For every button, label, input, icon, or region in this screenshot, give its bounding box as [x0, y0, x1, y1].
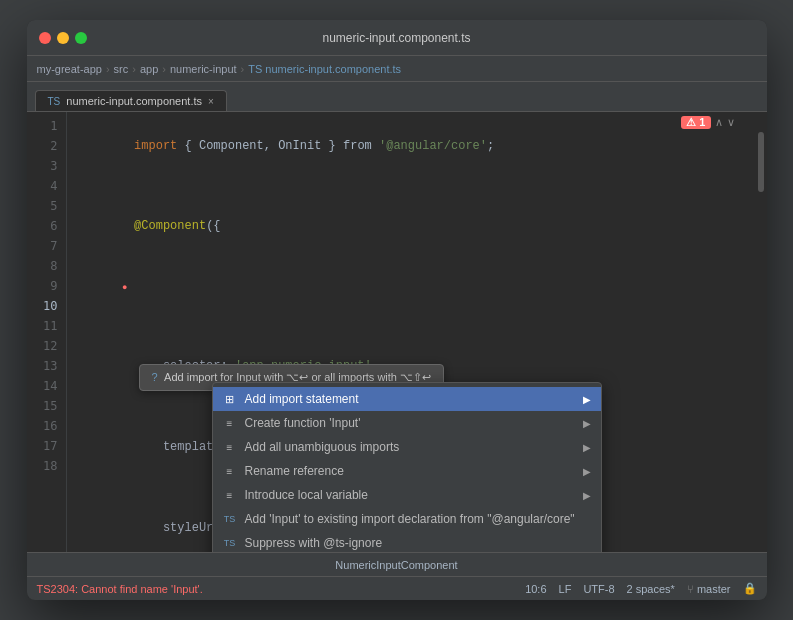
window-title: numeric-input.component.ts [39, 31, 755, 45]
line-num-14: 14 [27, 376, 66, 396]
line-num-1: 1 [27, 116, 66, 136]
line-num-5: 5 [27, 196, 66, 216]
line-num-4: 4 [27, 176, 66, 196]
status-error-text: TS2304: Cannot find name 'Input'. [37, 583, 514, 595]
menu-item-add-all-arrow: ▶ [583, 442, 591, 453]
status-indent[interactable]: 2 spaces* [627, 583, 675, 595]
bottom-breadcrumb-text: NumericInputComponent [335, 559, 457, 571]
titlebar: numeric-input.component.ts [27, 20, 767, 56]
tab-close-button[interactable]: × [208, 96, 214, 107]
menu-item-rename[interactable]: ≡ Rename reference ▶ [213, 459, 601, 483]
menu-item-add-all[interactable]: ≡ Add all unambiguous imports ▶ [213, 435, 601, 459]
tab-ts-icon: TS [48, 96, 61, 107]
menu-item-add-all-label: Add all unambiguous imports [245, 440, 583, 454]
breadcrumb-sep-1: › [106, 63, 110, 75]
menu-item-add-existing-label: Add 'Input' to existing import declarati… [245, 512, 591, 526]
lock-icon: 🔒 [743, 582, 757, 595]
code-editor[interactable]: import { Component, OnInit } from '@angu… [67, 112, 755, 552]
menu-item-add-import-label: Add import statement [245, 392, 583, 406]
status-charset[interactable]: UTF-8 [583, 583, 614, 595]
menu-item-create-fn[interactable]: ≡ Create function 'Input' ▶ [213, 411, 601, 435]
line-num-12: 12 [27, 336, 66, 356]
editor-window: numeric-input.component.ts my-great-app … [27, 20, 767, 600]
maximize-button[interactable] [75, 32, 87, 44]
code-line-1: import { Component, OnInit } from '@angu… [77, 116, 755, 176]
scrollbar-track[interactable] [755, 112, 767, 552]
error-badge: ⚠ 1 [681, 116, 710, 129]
file-tab[interactable]: TS numeric-input.component.ts × [35, 90, 227, 111]
line-num-8: 8 [27, 256, 66, 276]
line-num-6: 6 [27, 216, 66, 236]
editor-area: 1 2 3 4 5 6 7 8 9 10 11 12 13 14 15 16 1… [27, 112, 767, 552]
menu-item-create-fn-label: Create function 'Input' [245, 416, 583, 430]
tabbar: TS numeric-input.component.ts × [27, 82, 767, 112]
breadcrumb-sep-2: › [132, 63, 136, 75]
breadcrumb-item-appdir[interactable]: app [140, 63, 158, 75]
bottom-breadcrumb: NumericInputComponent [27, 552, 767, 576]
menu-item-introduce-arrow: ▶ [583, 490, 591, 501]
status-branch[interactable]: master [697, 583, 731, 595]
git-branch-icon: ⑂ [687, 583, 694, 595]
menu-item-suppress-label: Suppress with @ts-ignore [245, 536, 591, 550]
menu-item-rename-icon: ≡ [221, 466, 239, 477]
breadcrumb-sep-4: › [241, 63, 245, 75]
menu-item-add-import[interactable]: ⊞ Add import statement ▶ [213, 387, 601, 411]
line-num-3: 3 [27, 156, 66, 176]
breadcrumb-item-app[interactable]: my-great-app [37, 63, 102, 75]
error-down-arrow[interactable]: ∨ [727, 116, 735, 129]
menu-item-create-fn-arrow: ▶ [583, 418, 591, 429]
line-num-9: 9 [27, 276, 66, 296]
breadcrumb-item-file[interactable]: TSnumeric-input.component.ts [248, 63, 401, 75]
error-indicator: ⚠ 1 ∧ ∨ [681, 116, 734, 129]
tooltip-icon: ? [152, 371, 158, 383]
line-numbers: 1 2 3 4 5 6 7 8 9 10 11 12 13 14 15 16 1… [27, 112, 67, 552]
menu-item-introduce-icon: ≡ [221, 490, 239, 501]
menu-item-add-all-icon: ≡ [221, 442, 239, 453]
menu-item-create-fn-icon: ≡ [221, 418, 239, 429]
breadcrumb-item-compdir[interactable]: numeric-input [170, 63, 237, 75]
menu-item-add-import-icon: ⊞ [221, 393, 239, 406]
menu-item-add-import-arrow: ▶ [583, 394, 591, 405]
breadcrumb-sep-3: › [162, 63, 166, 75]
status-lf[interactable]: LF [559, 583, 572, 595]
menu-item-introduce[interactable]: ≡ Introduce local variable ▶ [213, 483, 601, 507]
context-menu: ⊞ Add import statement ▶ ≡ Create functi… [212, 382, 602, 552]
menu-item-suppress-icon: TS [221, 538, 239, 548]
status-position[interactable]: 10:6 [525, 583, 546, 595]
traffic-lights [39, 32, 87, 44]
line-num-13: 13 [27, 356, 66, 376]
line-num-16: 16 [27, 416, 66, 436]
line-num-15: 15 [27, 396, 66, 416]
code-line-2 [77, 176, 755, 196]
menu-item-suppress[interactable]: TS Suppress with @ts-ignore [213, 531, 601, 552]
line-num-2: 2 [27, 136, 66, 156]
breadcrumb-item-src[interactable]: src [114, 63, 129, 75]
tab-label: numeric-input.component.ts [66, 95, 202, 107]
statusbar: TS2304: Cannot find name 'Input'. 10:6 L… [27, 576, 767, 600]
line-num-17: 17 [27, 436, 66, 456]
code-line-3: @Component({ [77, 196, 755, 256]
breadcrumb: my-great-app › src › app › numeric-input… [27, 56, 767, 82]
menu-item-add-existing-icon: TS [221, 514, 239, 524]
menu-item-rename-arrow: ▶ [583, 466, 591, 477]
line-num-18: 18 [27, 456, 66, 476]
close-button[interactable] [39, 32, 51, 44]
menu-item-introduce-label: Introduce local variable [245, 488, 583, 502]
minimize-button[interactable] [57, 32, 69, 44]
scrollbar-thumb[interactable] [758, 132, 764, 192]
error-up-arrow[interactable]: ∧ [715, 116, 723, 129]
menu-item-rename-label: Rename reference [245, 464, 583, 478]
status-branch-container: ⑂ master [687, 583, 731, 595]
line-num-11: 11 [27, 316, 66, 336]
line-num-7: 7 [27, 236, 66, 256]
menu-item-add-existing[interactable]: TS Add 'Input' to existing import declar… [213, 507, 601, 531]
line-num-10: 10 [27, 296, 66, 316]
